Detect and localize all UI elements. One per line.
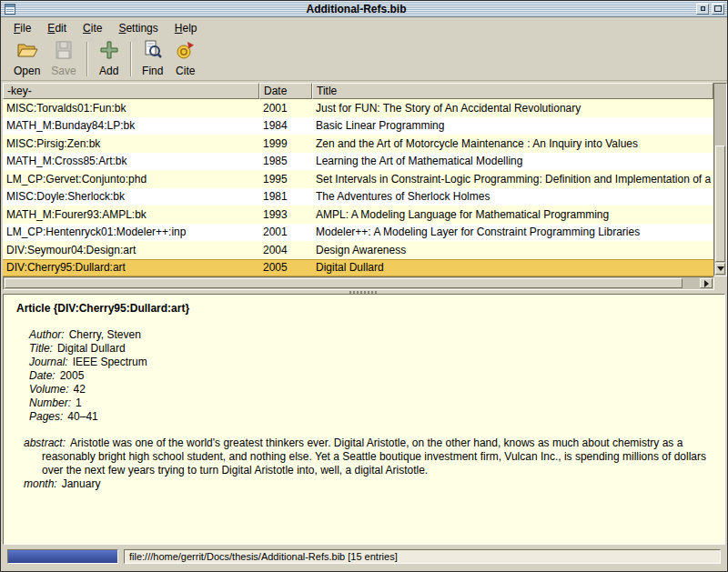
- field-label: Date:: [29, 369, 56, 382]
- month-value: January: [62, 477, 101, 490]
- arrow-right-icon: [704, 280, 709, 287]
- row-key: MISC:Doyle:Sherlock:bk: [3, 190, 259, 203]
- row-title: Zen and the Art of Motorcycle Maintenanc…: [312, 137, 713, 150]
- menu-settings-label: ettings: [126, 22, 157, 35]
- column-header-key[interactable]: -key-: [3, 83, 259, 99]
- field-month: month:January: [24, 477, 712, 491]
- window-menu-icon[interactable]: [4, 3, 16, 15]
- table-row[interactable]: DIV:Seymour04:Design:art2004Design Aware…: [3, 241, 713, 259]
- field-value: Digital Dullard: [57, 342, 126, 355]
- menu-edit-label: dit: [55, 22, 66, 35]
- menu-file-label: ile: [20, 22, 31, 35]
- window-title: Additional-Refs.bib: [16, 3, 696, 15]
- row-date: 1984: [259, 119, 312, 132]
- list-rows: MISC:Torvalds01:Fun:bk2001Just for FUN: …: [3, 99, 713, 276]
- field-label: Volume:: [29, 383, 69, 396]
- vertical-scrollbar[interactable]: [713, 83, 727, 276]
- table-row[interactable]: MISC:Torvalds01:Fun:bk2001Just for FUN: …: [3, 99, 713, 117]
- folder-open-icon: [16, 40, 38, 63]
- field-value: 40–41: [67, 410, 97, 423]
- field-abstract: abstract:Aristotle was one of the world'…: [24, 437, 712, 477]
- menu-file[interactable]: File: [6, 20, 38, 36]
- table-row[interactable]: MISC:Doyle:Sherlock:bk1981The Adventures…: [3, 188, 713, 206]
- add-button[interactable]: Add: [93, 39, 126, 79]
- scroll-down-button[interactable]: [715, 263, 725, 275]
- arrow-down-icon: [717, 266, 724, 271]
- abstract-text: Aristotle was one of the world's greates…: [42, 437, 706, 477]
- field-value: 1: [76, 396, 82, 409]
- app-window: Additional-Refs.bib File Edit Cite Setti…: [0, 0, 728, 572]
- row-title: Set Intervals in Constraint-Logic Progra…: [312, 173, 713, 186]
- row-title: Modeler++: A Modeling Layer for Constrai…: [312, 226, 713, 238]
- cite-icon: [175, 40, 197, 63]
- row-date: 1981: [259, 190, 312, 203]
- row-date: 1985: [259, 155, 312, 167]
- table-row[interactable]: MATH_M:Cross85:Art:bk1985Learning the Ar…: [3, 153, 713, 171]
- table-row[interactable]: LM_CP:Hentenryck01:Modeler++:inp2001Mode…: [3, 224, 713, 242]
- field-journal: Journal:IEEE Spectrum: [29, 356, 712, 369]
- row-date: 1999: [259, 137, 312, 150]
- table-row[interactable]: LM_CP:Gervet:Conjunto:phd1995Set Interva…: [3, 170, 713, 188]
- menu-edit[interactable]: Edit: [40, 20, 74, 36]
- row-date: 2004: [259, 244, 312, 256]
- row-date: 2001: [259, 226, 312, 238]
- progress-bar: [7, 549, 118, 564]
- field-value: 42: [74, 383, 86, 396]
- plus-icon: [98, 40, 120, 63]
- find-button-label: Find: [142, 65, 163, 77]
- row-date: 2005: [259, 261, 312, 274]
- horizontal-scrollbar[interactable]: [3, 276, 714, 290]
- status-text: file:///home/gerrit/Docs/thesis/Addition…: [129, 551, 398, 562]
- entry-detail-pane[interactable]: Article {DIV:Cherry95:Dullard:art} Autho…: [3, 294, 725, 545]
- row-title: Learning the Art of Mathematical Modelli…: [312, 155, 713, 167]
- row-key: MISC:Torvalds01:Fun:bk: [3, 102, 259, 115]
- reference-list: -key- Date Title MISC:Torvalds01:Fun:bk2…: [3, 83, 727, 276]
- row-title: The Adventures of Sherlock Holmes: [312, 190, 713, 203]
- row-title: AMPL: A Modeling Language for Mathematic…: [312, 208, 713, 221]
- cite-button[interactable]: Cite: [169, 39, 202, 79]
- magnifier-icon: [142, 40, 164, 63]
- scroll-right-button[interactable]: [700, 278, 713, 288]
- maximize-icon: [714, 5, 722, 12]
- field-number: Number:1: [29, 396, 712, 410]
- menubar: File Edit Cite Settings Help: [1, 18, 727, 37]
- row-title: Digital Dullard: [312, 261, 713, 274]
- row-key: MATH_M:Fourer93:AMPL:bk: [3, 208, 259, 221]
- menu-cite-label: ite: [91, 22, 103, 35]
- minimize-button[interactable]: [696, 4, 709, 15]
- field-volume: Volume:42: [29, 383, 712, 396]
- list-header: -key- Date Title: [3, 83, 713, 99]
- field-pages: Pages:40–41: [29, 410, 712, 424]
- toolbar: Open Save Add: [1, 37, 727, 81]
- entry-header: Article {DIV:Cherry95:Dullard:art}: [16, 302, 712, 316]
- table-row[interactable]: MATH_M:Bunday84:LP:bk1984Basic Linear Pr…: [3, 117, 713, 135]
- row-key: MATH_M:Bunday84:LP:bk: [3, 119, 259, 132]
- row-title: Basic Linear Programming: [312, 119, 713, 132]
- column-header-date[interactable]: Date: [259, 83, 312, 99]
- maximize-button[interactable]: [712, 4, 724, 15]
- horizontal-scrollbar-thumb[interactable]: [5, 278, 682, 288]
- menu-help[interactable]: Help: [167, 20, 205, 36]
- open-button[interactable]: Open: [8, 39, 46, 79]
- field-value: Cherry, Steven: [69, 328, 141, 341]
- menu-settings[interactable]: Settings: [111, 20, 165, 36]
- vertical-scrollbar-thumb[interactable]: [715, 146, 725, 262]
- month-label: month:: [24, 477, 57, 490]
- table-row[interactable]: MATH_M:Fourer93:AMPL:bk1993AMPL: A Model…: [3, 206, 713, 224]
- field-author: Author:Cherry, Steven: [29, 328, 712, 342]
- field-label: Journal:: [29, 356, 68, 368]
- row-key: DIV:Cherry95:Dullard:art: [3, 261, 259, 274]
- table-row[interactable]: MISC:Pirsig:Zen:bk1999Zen and the Art of…: [3, 135, 713, 153]
- open-button-label: Open: [14, 65, 40, 77]
- titlebar[interactable]: Additional-Refs.bib: [1, 1, 727, 17]
- reference-list-main: -key- Date Title MISC:Torvalds01:Fun:bk2…: [3, 83, 713, 276]
- menu-cite[interactable]: Cite: [76, 20, 109, 36]
- statusbar: file:///home/gerrit/Docs/thesis/Addition…: [1, 547, 727, 566]
- save-button-label: Save: [51, 65, 76, 77]
- table-row-selected[interactable]: DIV:Cherry95:Dullard:art2005Digital Dull…: [3, 259, 713, 277]
- find-button[interactable]: Find: [136, 39, 169, 79]
- titlebar-buttons: [696, 4, 724, 15]
- column-header-title[interactable]: Title: [312, 83, 713, 99]
- field-value: 2005: [60, 369, 85, 382]
- save-button[interactable]: Save: [46, 39, 81, 79]
